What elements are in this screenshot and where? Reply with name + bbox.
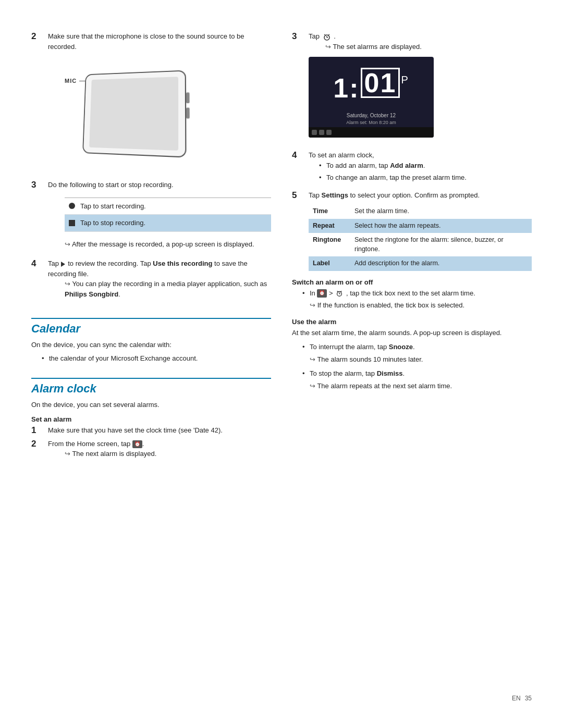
step-4-bullet-2: To change an alarm, tap the preset alarm…: [319, 172, 532, 183]
calendar-title: Calendar: [31, 322, 271, 336]
step-5-right: 5 Tap Settings to select your option. Co…: [292, 190, 532, 271]
alarm-step-num-1: 1: [31, 425, 43, 436]
settings-col1: Ringtone: [309, 233, 350, 256]
step-5-settings: Settings: [322, 191, 348, 199]
switch-alarm-bullets: In ⏰ > , tap the tick box next to the se…: [292, 288, 532, 311]
calendar-intro: On the device, you can sync the calendar…: [31, 340, 271, 350]
step-2-mic: 2 Make sure that the microphone is close…: [31, 31, 271, 175]
step-num-2: 2: [31, 31, 43, 42]
step-num-4a: 4: [31, 258, 43, 269]
alarm-step-2-note: The next alarm is displayed.: [65, 449, 271, 459]
rec-dot-icon: [69, 203, 75, 209]
step-5-right-text: Tap Settings to select your option. Conf…: [309, 190, 532, 201]
tablet-button-2: [186, 107, 190, 118]
use-alarm-note-1: The alarm sounds 10 minutes later.: [310, 354, 532, 365]
alarm-step-2-content: From the Home screen, tap ⏰. The next al…: [48, 439, 271, 463]
step-4-songbird: Philips Songbird: [65, 290, 118, 298]
alarm-step-2-text: From the Home screen, tap ⏰.: [48, 439, 271, 449]
page-number: 35: [525, 695, 532, 702]
clock-screenshot: 1:01P Saturday, October 12 Alarm set: Mo…: [309, 57, 434, 138]
settings-col1: Time: [309, 204, 350, 219]
clock-hour: 1:: [333, 68, 359, 108]
use-alarm-bullet-1-before: To interrupt the alarm, tap: [310, 343, 389, 351]
switch-alarm-text-after: , tap the tick box next to the set alarm…: [346, 289, 475, 297]
tablet-body: [82, 70, 186, 157]
alarm-clock-section-header: Alarm clock: [31, 378, 271, 396]
tablet-button-1: [186, 92, 190, 103]
settings-col2: Set the alarm time.: [350, 204, 532, 219]
step-4-bullet-1-before: To add an alarm, tap: [326, 162, 390, 169]
step-4-note: You can play the recording in a media pl…: [65, 279, 271, 299]
use-alarm-bullet-2: To stop the alarm, tap Dismiss. The alar…: [302, 368, 532, 391]
step-4-text: Tap to review the recording. Tap Use thi…: [48, 258, 271, 279]
bottom-icon-3: [326, 130, 332, 135]
switch-alarm-after: >: [329, 289, 335, 297]
step-4-bullets: To add an alarm, tap Add alarm. To chang…: [309, 161, 532, 183]
settings-col2: Select how the alarm repeats.: [350, 219, 532, 233]
alarm-step-1-text: Make sure that you have set the clock ti…: [48, 425, 271, 436]
settings-table-body: TimeSet the alarm time.RepeatSelect how …: [309, 204, 532, 271]
step-3-recording: 3 Do the following to start or stop reco…: [31, 180, 271, 253]
clock-bottom-bar: [309, 127, 434, 138]
step-3-right-content: Tap . The set alarms are displayed.: [309, 31, 532, 145]
alarm-clock-body: On the device, you can set several alarm…: [31, 400, 271, 463]
settings-col2: Add description for the alarm.: [350, 256, 532, 271]
alarm-step-num-2: 2: [31, 439, 43, 449]
note-after-recording: After the message is recorded, a pop-up …: [65, 239, 271, 250]
step-4-bold-use: Use this recording: [153, 260, 212, 267]
settings-table: TimeSet the alarm time.RepeatSelect how …: [309, 204, 532, 271]
step-4-note-text: You can play the recording in a media pl…: [72, 280, 267, 288]
step-4-note-end: .: [118, 290, 120, 298]
switch-alarm-note: If the function is enabled, the tick box…: [310, 300, 532, 311]
tablet-screen: [89, 77, 178, 151]
use-alarm-bullet-1: To interrupt the alarm, tap Snooze. The …: [302, 342, 532, 364]
clock-ampm: P: [401, 72, 409, 88]
step-4-right-text: To set an alarm clock,: [309, 150, 532, 161]
page-lang: EN: [512, 695, 521, 702]
use-alarm-bullet-1-after: .: [413, 343, 415, 351]
use-alarm-heading: Use the alarm: [292, 318, 532, 326]
recording-steps-table: Tap to start recording. Tap to stop reco…: [65, 198, 271, 232]
play-icon: [61, 262, 65, 267]
page-footer: EN 35: [512, 695, 532, 702]
rec-square-icon: [69, 220, 75, 226]
step-3-content: Do the following to start or stop record…: [48, 180, 271, 253]
settings-col2: Select the ringtone for the alarm: silen…: [350, 233, 532, 256]
calendar-bullets: the calendar of your Microsoft Exchange …: [31, 353, 271, 364]
alarm-icon-svg: [323, 33, 331, 41]
use-alarm-bullet-2-before: To stop the alarm, tap: [310, 369, 377, 377]
clock-date: Saturday, October 12: [347, 112, 396, 119]
step-4-bullet-1-end: .: [423, 162, 425, 169]
step-4-content: Tap to review the recording. Tap Use thi…: [48, 258, 271, 303]
step-2-content: Make sure that the microphone is close t…: [48, 31, 271, 175]
rec-stop-text: Tap to stop recording.: [80, 218, 145, 228]
step-5-after: to select your option. Confirm as prompt…: [348, 191, 480, 199]
step-4-right: 4 To set an alarm clock, To add an alarm…: [292, 150, 532, 185]
bottom-icon-2: [319, 130, 324, 135]
switch-alarm-heading: Switch an alarm on or off: [292, 278, 532, 286]
clock-time-display: 1:01P: [333, 68, 409, 108]
use-alarm-intro: At the set alarm time, the alarm sounds.…: [292, 328, 532, 338]
bottom-icon-1: [312, 130, 317, 135]
step-3-tap: Tap: [309, 32, 320, 40]
switch-alarm-bullet-1: In ⏰ > , tap the tick box next to the se…: [302, 288, 532, 311]
step-num-3a: 3: [31, 180, 43, 190]
rec-row-start: Tap to start recording.: [65, 198, 271, 215]
step-4-bullet-1: To add an alarm, tap Add alarm.: [319, 161, 532, 171]
set-alarm-heading: Set an alarm: [31, 415, 271, 423]
switch-alarm-section: Switch an alarm on or off In ⏰ > , tap t…: [292, 278, 532, 311]
calendar-section-header: Calendar: [31, 318, 271, 336]
step-3-right-after: .: [334, 32, 336, 40]
right-column: 3 Tap . The set alarms are displayed.: [292, 31, 532, 468]
alarm-step-2: 2 From the Home screen, tap ⏰. The next …: [31, 439, 271, 463]
step-4-add-alarm: Add alarm: [390, 162, 423, 169]
step-5-right-content: Tap Settings to select your option. Conf…: [309, 190, 532, 271]
use-alarm-note-2: The alarm repeats at the next set alarm …: [310, 381, 532, 391]
step-3-right-note: The set alarms are displayed.: [325, 42, 532, 52]
step-5-tap: Tap: [309, 191, 322, 199]
use-alarm-section: Use the alarm At the set alarm time, the…: [292, 318, 532, 391]
alarm-clock-title: Alarm clock: [31, 382, 271, 396]
settings-col1: Repeat: [309, 219, 350, 233]
left-column: 2 Make sure that the microphone is close…: [31, 31, 271, 468]
alarm-step-1-content: Make sure that you have set the clock ti…: [48, 425, 271, 436]
